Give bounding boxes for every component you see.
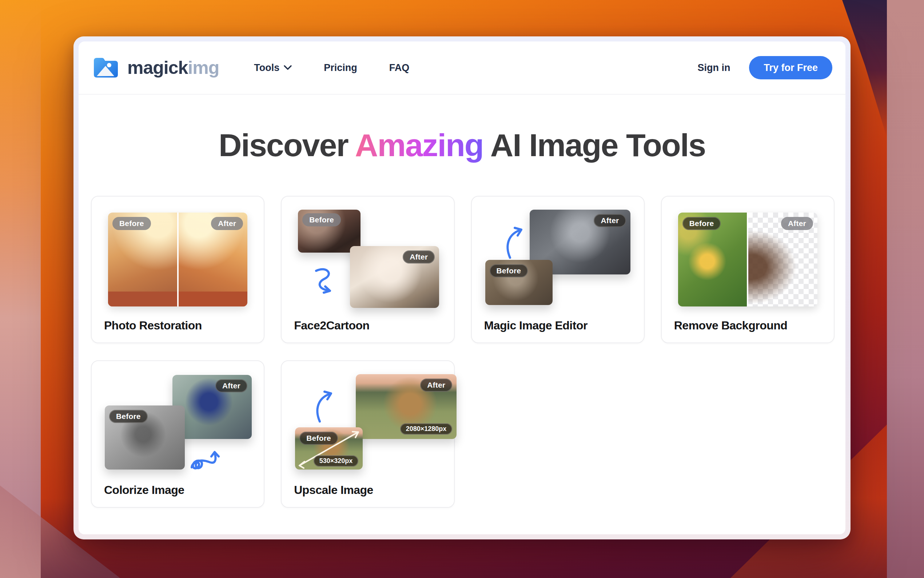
tools-grid: Before After Photo Restoration Before Af… [91,196,835,508]
desktop: { "header": { "logo": { "text_primary": … [0,0,924,578]
before-image: Before 530×320px [295,427,363,469]
loop-arrow-icon [189,443,236,472]
curve-arrow-icon [504,226,526,259]
tool-card-colorize-image[interactable]: After Before Colorize Image [91,360,264,508]
after-badge: After [403,250,435,263]
before-badge: Before [302,213,341,226]
after-size-badge: 2080×1280px [400,423,453,435]
tool-name: Magic Image Editor [484,319,587,332]
nav-item-label: Pricing [324,62,357,73]
tool-card-face2cartoon[interactable]: Before After Face2Cartoon [281,196,455,343]
title-suffix: AI Image Tools [484,127,706,163]
wallpaper-facet [887,0,924,578]
after-badge: After [781,217,813,230]
split-divider [747,213,748,307]
page-title: Discover Amazing AI Image Tools [79,126,845,164]
after-image: After 2080×1280px [356,374,456,439]
image-folder-icon [92,56,120,80]
before-after-split-image: Before After [108,213,248,307]
curve-arrow-icon [314,390,336,423]
title-highlight: Amazing [355,127,484,163]
nav-item-faq[interactable]: FAQ [389,62,409,73]
tool-name: Face2Cartoon [294,319,369,332]
after-image: After [350,246,439,308]
logo-text: magickimg [127,57,219,78]
title-prefix: Discover [218,127,355,163]
tool-name: Remove Background [674,319,788,332]
chevron-down-icon [284,65,292,70]
before-image: Before [298,209,361,253]
nav-item-label: Tools [254,62,279,73]
after-badge: After [215,379,248,392]
sign-in-link[interactable]: Sign in [697,62,730,73]
after-badge: After [594,214,626,227]
before-size-badge: 530×320px [314,455,359,467]
nav-item-tools[interactable]: Tools [254,62,292,73]
before-badge: Before [109,410,148,423]
preview-colorize-image: After Before [108,377,248,471]
split-divider [177,213,179,307]
tool-card-remove-background[interactable]: Before After Remove Background [661,196,835,343]
preview-face2cartoon: Before After [298,213,437,307]
nav-item-pricing[interactable]: Pricing [324,62,357,73]
site-header: magickimg Tools Pricing FAQ Sign in [79,42,845,95]
before-badge: Before [683,217,721,230]
tool-card-upscale-image[interactable]: After 2080×1280px Before 530×320px [281,360,455,508]
after-badge: After [211,217,243,230]
tool-card-magic-image-editor[interactable]: After Before Magic Image Editor [471,196,645,343]
tool-card-photo-restoration[interactable]: Before After Photo Restoration [91,196,264,343]
preview-magic-image-editor: After Before [488,213,628,307]
tool-name: Colorize Image [104,483,184,497]
before-badge: Before [112,217,151,230]
header-actions: Sign in Try for Free [697,56,832,80]
logo-text-secondary: img [188,57,219,78]
logo[interactable]: magickimg [92,56,219,80]
squiggle-arrow-icon [308,266,337,297]
preview-upscale-image: After 2080×1280px Before 530×320px [298,377,437,471]
before-image: Before [105,406,185,469]
tool-name: Photo Restoration [104,319,202,332]
before-badge: Before [490,264,528,278]
preview-photo-restoration: Before After [108,213,248,307]
after-badge: After [420,378,452,392]
hero-section: Discover Amazing AI Image Tools [79,126,845,164]
logo-text-primary: magick [127,57,188,78]
main-nav: Tools Pricing FAQ [254,62,409,73]
nav-item-label: FAQ [389,62,409,73]
try-for-free-button[interactable]: Try for Free [749,56,832,80]
webpage: magickimg Tools Pricing FAQ Sign in [79,42,845,534]
app-window: magickimg Tools Pricing FAQ Sign in [73,36,851,539]
preview-remove-background: Before After [678,213,817,307]
before-after-split-image: Before After [678,213,817,307]
tool-name: Upscale Image [294,483,373,497]
before-image: Before [485,260,553,305]
